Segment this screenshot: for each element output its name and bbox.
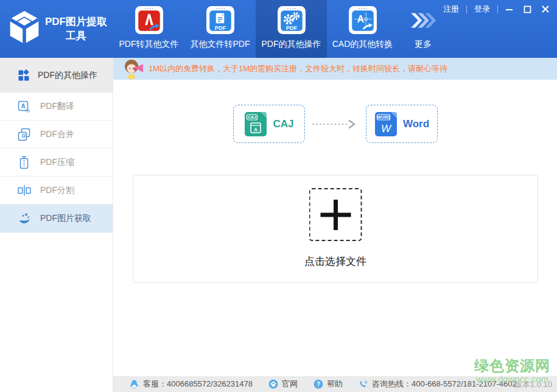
caj-file-icon: CAJ A (243, 111, 268, 138)
conversion-row: CAJ A CAJ WORD W (113, 105, 557, 143)
app-title-line2: 工具 (40, 29, 112, 43)
pdf-gears-icon: PDF (277, 5, 306, 35)
help-text: 帮助 (327, 379, 343, 390)
hotline-text: 咨询热线：400-668-5572/181-2107-4602 (372, 379, 517, 390)
question-icon: ? (314, 379, 323, 389)
tab-cad-conversions[interactable]: A CAD的其他转换 (327, 0, 398, 58)
translate-icon: A 中 (18, 100, 31, 113)
main-tabs: PDF转其他文件 PDF (113, 0, 448, 58)
titlebar: PDF图片提取 工具 PDF转其他文件 (0, 0, 557, 58)
translate-icon-zh: 中 (26, 108, 31, 113)
mascot-megaphone-icon (123, 58, 145, 80)
image-extract-icon (18, 212, 31, 225)
pdf-badge-text: PDF (214, 24, 226, 31)
sidebar-item-pdf-translate[interactable]: A 中 PDF翻译 (0, 93, 113, 121)
minimize-button[interactable] (500, 3, 518, 15)
sidebar: PDF的其他操作 A 中 PDF翻译 PDF合并 (0, 58, 113, 392)
conversion-arrow (311, 119, 360, 130)
translate-icon-letter: A (21, 103, 25, 110)
phone-icon (359, 379, 368, 389)
sidebar-item-label: PDF压缩 (40, 157, 74, 168)
sidebar-item-label: PDF合并 (40, 129, 74, 140)
sidebar-item-pdf-compress[interactable]: PDF压缩 (0, 149, 113, 177)
notice-text: 1M以内的免费转换，大于1M的需购买注册，文件较大时，转换时间较长，请耐心等待 (149, 63, 447, 74)
customer-service[interactable]: 客服：4006685572/326231478 (129, 379, 253, 390)
maximize-button[interactable] (518, 3, 536, 15)
qq-icon (129, 379, 139, 390)
account-links: 注册 登录 (436, 4, 498, 14)
pdf-badge-text: PDF (286, 24, 297, 31)
cad-convert-icon: A (348, 5, 377, 35)
caj-badge-text: CAJ (248, 115, 256, 119)
home-icon (268, 379, 278, 389)
notice-bar: 1M以内的免费转换，大于1M的需购买注册，文件较大时，转换时间较长，请耐心等待 (113, 58, 557, 80)
tab-label: CAD的其他转换 (332, 39, 393, 50)
sidebar-item-label: PDF翻译 (40, 101, 74, 112)
sidebar-header: PDF的其他操作 (0, 58, 113, 93)
sidebar-item-pdf-image-extract[interactable]: PDF图片获取 (0, 205, 113, 233)
word-letter-text: W (381, 123, 392, 135)
minimize-icon (505, 5, 513, 13)
divider (497, 5, 498, 13)
caj-letter-text: A (254, 126, 257, 132)
file-to-pdf-icon: PDF (206, 5, 235, 35)
merge-icon (18, 128, 31, 141)
cad-letter-text: A (357, 14, 363, 24)
sidebar-item-pdf-split[interactable]: PDF分割 (0, 177, 113, 205)
tab-label: PDF的其他操作 (262, 39, 321, 50)
sidebar-item-label: PDF分割 (40, 185, 74, 196)
split-icon (18, 184, 31, 197)
sidebar-header-label: PDF的其他操作 (38, 70, 97, 81)
tab-label: 其他文件转PDF (191, 39, 250, 50)
source-format-label: CAJ (273, 118, 293, 130)
dropzone-hint: 点击选择文件 (133, 254, 538, 268)
more-arrows-icon (408, 5, 438, 35)
select-file-button[interactable] (309, 188, 362, 241)
target-format-box[interactable]: WORD W Word (366, 105, 438, 143)
statusbar: 客服：4006685572/326231478 官网 ? 帮助 咨询热线 (113, 376, 557, 392)
app-logo-icon (7, 9, 41, 46)
question-glyph: ? (317, 381, 320, 388)
official-website-link[interactable]: 官网 (268, 379, 298, 390)
tab-pdf-other-operations[interactable]: PDF PDF的其他操作 (256, 0, 327, 58)
word-file-icon: WORD W (374, 111, 398, 138)
app-title: PDF图片提取 工具 (40, 15, 112, 43)
register-link[interactable]: 注册 (436, 4, 466, 15)
official-website-text: 官网 (282, 379, 298, 390)
tab-other-to-pdf[interactable]: PDF 其他文件转PDF (184, 0, 256, 58)
plus-icon (318, 198, 352, 232)
grid-blocks-icon (18, 69, 30, 82)
help-link[interactable]: ? 帮助 (314, 379, 343, 390)
word-badge-text: WORD (377, 115, 390, 119)
sidebar-item-pdf-merge[interactable]: PDF合并 (0, 121, 113, 149)
tab-label: 更多 (415, 39, 432, 50)
app-window: PDF图片提取 工具 PDF转其他文件 (0, 0, 557, 392)
compress-icon (18, 156, 31, 169)
login-link[interactable]: 登录 (467, 4, 497, 15)
hotline-info: 咨询热线：400-668-5572/181-2107-4602 (359, 379, 517, 390)
tab-label: PDF转其他文件 (119, 39, 179, 50)
close-icon (541, 5, 550, 13)
maximize-icon (524, 5, 531, 13)
adobe-pdf-convert-icon (135, 5, 164, 35)
version-text: 版本1.0.10 (514, 379, 552, 390)
customer-service-text: 客服：4006685572/326231478 (143, 379, 253, 390)
main-content: CAJ A CAJ WORD W (113, 80, 557, 376)
window-controls (500, 3, 555, 15)
sidebar-item-label: PDF图片获取 (40, 213, 91, 224)
dotted-arrow-right-icon (311, 119, 360, 130)
source-format-box[interactable]: CAJ A CAJ (233, 105, 305, 143)
tab-pdf-to-other[interactable]: PDF转其他文件 (113, 0, 184, 58)
target-format-label: Word (403, 118, 429, 130)
file-dropzone[interactable]: 点击选择文件 (133, 175, 538, 283)
close-button[interactable] (536, 3, 555, 15)
app-title-line1: PDF图片提取 (40, 15, 112, 29)
